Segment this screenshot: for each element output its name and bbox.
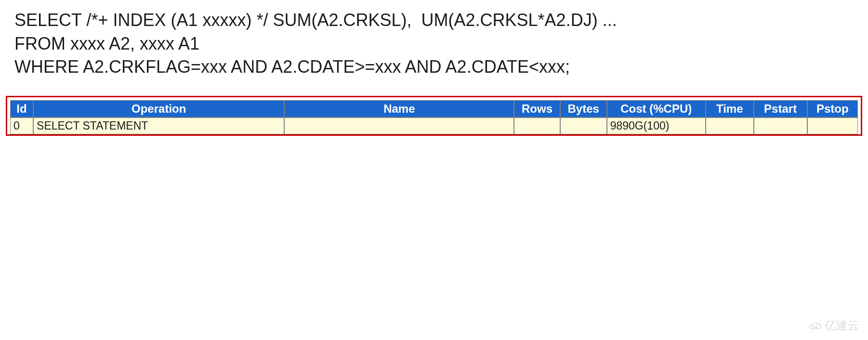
header-operation: Operation: [33, 100, 284, 118]
svg-point-0: [813, 326, 814, 327]
cell-pstart: [754, 118, 807, 134]
cell-pstop: [807, 118, 858, 134]
table-row: 0 SELECT STATEMENT 9890G(100): [10, 118, 858, 134]
header-rows: Rows: [514, 100, 560, 118]
svg-point-1: [815, 326, 817, 327]
cell-rows: [514, 118, 560, 134]
cell-name: [284, 118, 514, 134]
sql-line-1: SELECT /*+ INDEX (A1 xxxxx) */ SUM(A2.CR…: [14, 9, 854, 32]
watermark: 亿速云: [808, 318, 859, 333]
header-id: Id: [10, 100, 33, 118]
sql-query-block: SELECT /*+ INDEX (A1 xxxxx) */ SUM(A2.CR…: [0, 0, 868, 93]
header-pstop: Pstop: [807, 100, 858, 118]
cell-time: [706, 118, 754, 134]
header-cost: Cost (%CPU): [607, 100, 706, 118]
header-name: Name: [284, 100, 514, 118]
execution-plan-table: Id Operation Name Rows Bytes Cost (%CPU)…: [10, 100, 858, 134]
cell-cost: 9890G(100): [607, 118, 706, 134]
header-pstart: Pstart: [754, 100, 807, 118]
execution-plan-container: Id Operation Name Rows Bytes Cost (%CPU)…: [6, 96, 862, 136]
header-bytes: Bytes: [560, 100, 607, 118]
sql-line-2: FROM xxxx A2, xxxx A1: [14, 32, 854, 56]
header-time: Time: [706, 100, 754, 118]
cloud-icon: [808, 321, 823, 330]
watermark-text: 亿速云: [825, 318, 859, 333]
cell-id: 0: [10, 118, 33, 134]
table-header-row: Id Operation Name Rows Bytes Cost (%CPU)…: [10, 100, 858, 118]
cell-operation: SELECT STATEMENT: [33, 118, 284, 134]
cell-bytes: [560, 118, 607, 134]
sql-line-3: WHERE A2.CRKFLAG=xxx AND A2.CDATE>=xxx A…: [14, 55, 854, 79]
